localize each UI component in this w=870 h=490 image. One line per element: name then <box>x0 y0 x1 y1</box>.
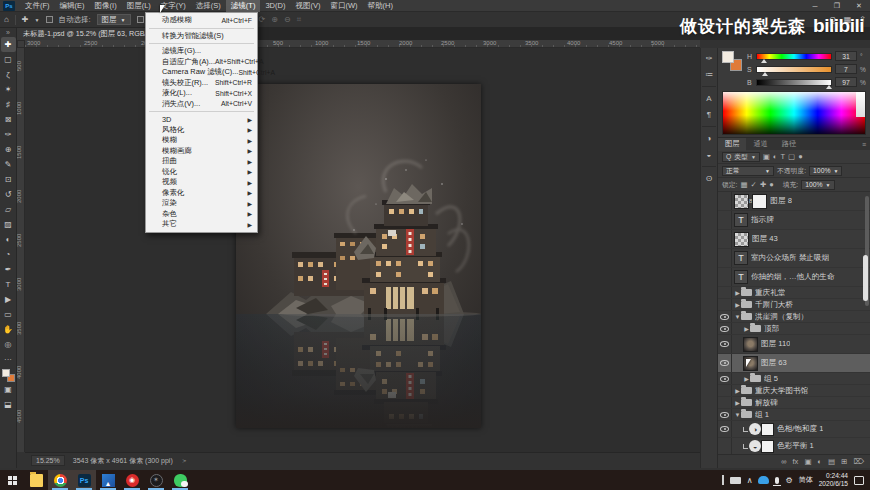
start-button[interactable] <box>0 470 24 490</box>
visibility-toggle[interactable] <box>718 211 732 229</box>
visibility-toggle[interactable] <box>718 192 732 210</box>
saturation-slider[interactable] <box>756 66 832 73</box>
input-language[interactable]: 简体 <box>799 475 813 485</box>
menu-帮助(H)[interactable]: 帮助(H) <box>363 0 398 12</box>
new-adjustment-icon[interactable]: ◐ <box>817 457 822 466</box>
show-transform-checkbox[interactable] <box>137 16 144 23</box>
type-tool[interactable]: T <box>1 277 16 292</box>
input-settings-icon[interactable]: ⚙ <box>785 476 792 485</box>
dodge-tool[interactable]: ◔ <box>1 247 16 262</box>
lock-position-icon[interactable]: ✚ <box>760 180 766 189</box>
expand-group-icon[interactable]: ▶ <box>734 289 741 296</box>
panel-menu-icon[interactable]: ≡ <box>862 141 866 148</box>
character-panel-icon[interactable]: A <box>702 92 716 105</box>
lock-pixels-icon[interactable]: ✓ <box>751 180 757 189</box>
adjustments-panel-icon[interactable]: ◑ <box>702 132 716 145</box>
layer-thumbnail[interactable] <box>734 232 749 247</box>
filter-smart-icon[interactable]: ● <box>798 152 803 161</box>
close-button[interactable]: ✕ <box>848 0 870 12</box>
menu-图层(L)[interactable]: 图层(L) <box>122 0 156 12</box>
visibility-toggle[interactable] <box>718 311 732 322</box>
visibility-toggle[interactable] <box>718 249 732 267</box>
brightness-slider[interactable] <box>756 79 832 86</box>
visibility-toggle[interactable] <box>718 323 732 334</box>
color-swatches[interactable] <box>722 51 742 71</box>
move-tool-icon[interactable]: ✚ <box>22 15 29 24</box>
filter-menu-item[interactable]: 风格化▶ <box>146 125 257 136</box>
foreground-color-swatch[interactable] <box>722 51 734 63</box>
filter-menu-item[interactable]: Camera Raw 滤镜(C)...Shift+Ctrl+A <box>146 67 257 78</box>
color-spectrum[interactable] <box>722 91 866 135</box>
quick-mask-icon[interactable]: ▣ <box>1 382 16 397</box>
visibility-toggle[interactable] <box>718 438 732 454</box>
hand-tool[interactable]: ✋ <box>1 322 16 337</box>
filter-menu-item[interactable]: 其它▶ <box>146 219 257 230</box>
notification-center-icon[interactable] <box>854 476 864 485</box>
canvas-artwork[interactable] <box>236 84 481 428</box>
visibility-toggle[interactable] <box>718 385 732 396</box>
layer-mask-thumbnail[interactable] <box>761 423 774 436</box>
color-swatches-toolbar[interactable] <box>2 369 15 382</box>
frame-tool[interactable]: ⊠ <box>1 112 16 127</box>
menu-视图(V)[interactable]: 视图(V) <box>290 0 325 12</box>
layer-row[interactable]: ▼洪崖洞（复制） <box>718 311 870 323</box>
ruler-origin[interactable] <box>17 40 25 48</box>
screen-mode-icon[interactable]: ⬓ <box>1 397 16 412</box>
filter-menu-item[interactable]: 渲染▶ <box>146 198 257 209</box>
filter-menu-item[interactable]: 消失点(V)...Alt+Ctrl+V <box>146 99 257 110</box>
filter-type-icon[interactable]: T <box>780 152 785 161</box>
layer-row[interactable]: ▶解放碑 <box>718 397 870 409</box>
3d-slide-icon[interactable]: ⊖ <box>284 15 291 24</box>
libraries-panel-icon[interactable]: ◒ <box>702 148 716 161</box>
brush-tool[interactable]: ✎ <box>1 157 16 172</box>
blur-tool[interactable]: ◐ <box>1 232 16 247</box>
auto-select-dropdown[interactable]: 图层▼ <box>97 14 131 25</box>
collapse-toolbar-icon[interactable]: » <box>6 29 10 37</box>
expand-group-icon[interactable]: ▶ <box>743 375 750 382</box>
expand-group-icon[interactable]: ▶ <box>743 325 750 332</box>
collapse-group-icon[interactable]: ▼ <box>734 314 741 320</box>
layer-row[interactable]: T指示牌 <box>718 211 870 230</box>
healing-brush-tool[interactable]: ⊕ <box>1 142 16 157</box>
photos-icon[interactable]: ▲ <box>96 470 120 490</box>
layer-row[interactable]: ◑色相/饱和度 1 <box>718 421 870 438</box>
filter-menu-item[interactable]: 模糊画廊▶ <box>146 146 257 157</box>
layer-row[interactable]: 图层 110 <box>718 335 870 354</box>
filter-menu-item[interactable]: 锐化▶ <box>146 167 257 178</box>
link-layers-icon[interactable]: ∞ <box>781 457 786 466</box>
auto-select-checkbox[interactable] <box>46 16 53 23</box>
filter-menu-item[interactable]: 自适应广角(A)...Alt+Shift+Ctrl+A <box>146 57 257 68</box>
learn-panel-icon[interactable]: ʘ <box>702 172 716 185</box>
chevron-down-icon[interactable]: ▼ <box>35 17 40 23</box>
hidden-icons-chevron[interactable]: ∧ <box>747 476 753 485</box>
layer-thumbnail[interactable] <box>734 194 749 209</box>
filter-menu-item[interactable]: 转换为智能滤镜(S) <box>146 31 257 42</box>
paragraph-panel-icon[interactable]: ¶ <box>702 108 716 121</box>
wechat-icon[interactable] <box>168 470 192 490</box>
layer-row[interactable]: ▶重庆礼堂 <box>718 287 870 299</box>
photoshop-icon[interactable]: Ps <box>72 470 96 490</box>
layer-row[interactable]: ▶千厮门大桥 <box>718 299 870 311</box>
panel-tab-路径[interactable]: 路径 <box>775 138 803 151</box>
delete-layer-icon[interactable]: ⌦ <box>853 457 864 466</box>
menu-文件(F)[interactable]: 文件(F) <box>20 0 55 12</box>
new-group-icon[interactable]: ▤ <box>828 457 835 466</box>
restore-button[interactable]: ❐ <box>826 0 848 12</box>
filter-menu-item[interactable]: 视频▶ <box>146 177 257 188</box>
filter-menu-item[interactable]: 3D▶ <box>146 114 257 125</box>
lasso-tool[interactable]: ζ <box>1 67 16 82</box>
layer-row[interactable]: T你抽的烟，…他人的生命 <box>718 268 870 287</box>
properties-panel-icon[interactable]: ≔ <box>702 68 716 81</box>
eraser-tool[interactable]: ▱ <box>1 202 16 217</box>
expand-group-icon[interactable]: ▶ <box>734 301 741 308</box>
collapse-group-icon[interactable]: ▼ <box>734 412 741 418</box>
3d-scale-icon[interactable]: ⌗ <box>297 15 302 25</box>
visibility-toggle[interactable] <box>718 421 732 437</box>
panel-tab-通道[interactable]: 通道 <box>746 138 774 151</box>
layer-mask-thumbnail[interactable] <box>752 194 767 209</box>
clone-stamp-tool[interactable]: ⊡ <box>1 172 16 187</box>
panel-tab-图层[interactable]: 图层 <box>718 138 746 151</box>
filter-menu-item[interactable]: 镜头校正(R)...Shift+Ctrl+R <box>146 78 257 89</box>
home-icon[interactable]: ⌂ <box>4 15 9 24</box>
filter-shape-icon[interactable]: ▢ <box>788 152 795 161</box>
